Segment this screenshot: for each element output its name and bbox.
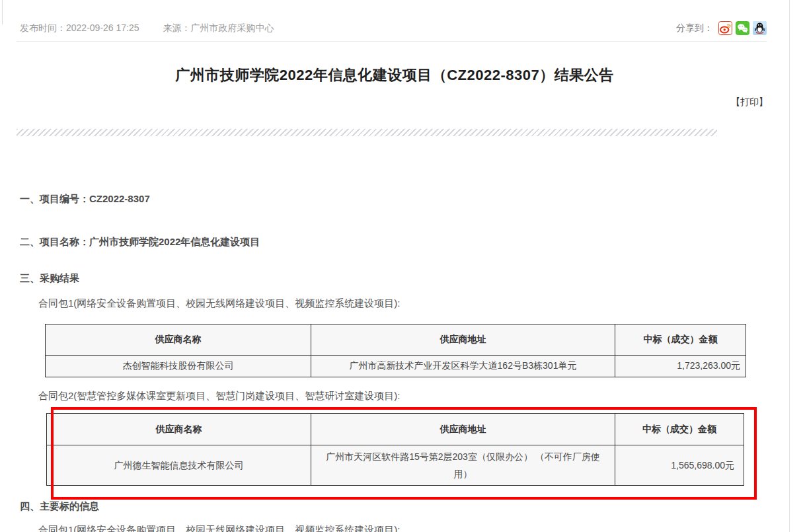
table-row: 广州德生智能信息技术有限公司 广州市天河区软件路15号第2层203室（仅限办公）…: [47, 445, 744, 486]
hatch-divider: [17, 129, 717, 136]
cell-supplier-address: 广州市高新技术产业开发区科学大道162号B3栋301单元: [311, 356, 615, 377]
package1-intro: 合同包1(网络安全设备购置项目、校园无线网络建设项目、视频监控系统建设项目):: [38, 297, 401, 310]
header-supplier-address: 供应商地址: [311, 324, 615, 356]
left-edge-line: [2, 0, 3, 24]
cell-supplier-name: 杰创智能科技股份有限公司: [46, 356, 311, 377]
share-label: 分享到：: [676, 22, 713, 34]
table-header-row: 供应商名称 供应商地址 中标（成交）金额: [47, 414, 744, 445]
section-main-subject-info: 四、主要标的信息: [20, 500, 99, 513]
section-project-name: 二、项目名称：广州市技师学院2022年信息化建设项目: [20, 236, 260, 248]
publish-time: 发布时间：2022-09-26 17:25: [20, 22, 139, 33]
publish-time-value: 2022-09-26 17:25: [66, 22, 139, 33]
section-procurement-result: 三、采购结果: [20, 272, 79, 285]
source: 来源：广州市政府采购中心: [163, 22, 274, 33]
cell-award-amount: 1,723,263.00元: [615, 356, 746, 377]
cell-supplier-address: 广州市天河区软件路15号第2层203室（仅限办公） （不可作厂房使用）: [311, 445, 615, 486]
bottom-partial-line: 合同包1(网络安全设备购置项目、校园无线网络建设项目、视频监控系统建设项目):: [38, 524, 401, 532]
table-header-row: 供应商名称 供应商地址 中标（成交）金额: [46, 324, 746, 356]
meta-divider: [17, 41, 767, 42]
page-right-border: [789, 0, 790, 532]
header-supplier-address: 供应商地址: [311, 414, 615, 445]
qq-share-icon[interactable]: [753, 21, 767, 35]
package2-result-table: 供应商名称 供应商地址 中标（成交）金额 广州德生智能信息技术有限公司 广州市天…: [46, 413, 744, 486]
source-value: 广州市政府采购中心: [191, 22, 274, 33]
print-button[interactable]: 【打印】: [731, 96, 768, 108]
page-title: 广州市技师学院2022年信息化建设项目（CZ2022-8307）结果公告: [0, 65, 789, 85]
cell-award-amount: 1,565,698.00元: [615, 445, 744, 486]
section-project-number: 一、项目编号：CZ2022-8307: [20, 193, 150, 206]
header-supplier-name: 供应商名称: [47, 414, 311, 445]
table-row: 杰创智能科技股份有限公司 广州市高新技术产业开发区科学大道162号B3栋301单…: [46, 356, 746, 377]
package2-intro: 合同包2(智慧管控多媒体课室更新项目、智慧门岗建设项目、智慧研讨室建设项目):: [38, 390, 401, 402]
publish-time-label: 发布时间：: [20, 22, 66, 33]
share-box: 分享到：: [676, 21, 767, 35]
header-supplier-name: 供应商名称: [46, 324, 311, 356]
header-award-amount: 中标（成交）金额: [615, 324, 746, 356]
cell-supplier-name: 广州德生智能信息技术有限公司: [47, 445, 311, 486]
wechat-share-icon[interactable]: [736, 21, 749, 35]
source-label: 来源：: [163, 22, 191, 33]
header-award-amount: 中标（成交）金额: [615, 414, 744, 445]
meta-bar: 发布时间：2022-09-26 17:25来源：广州市政府采购中心: [20, 22, 298, 34]
package1-result-table: 供应商名称 供应商地址 中标（成交）金额 杰创智能科技股份有限公司 广州市高新技…: [45, 324, 746, 377]
weibo-share-icon[interactable]: [718, 21, 732, 35]
